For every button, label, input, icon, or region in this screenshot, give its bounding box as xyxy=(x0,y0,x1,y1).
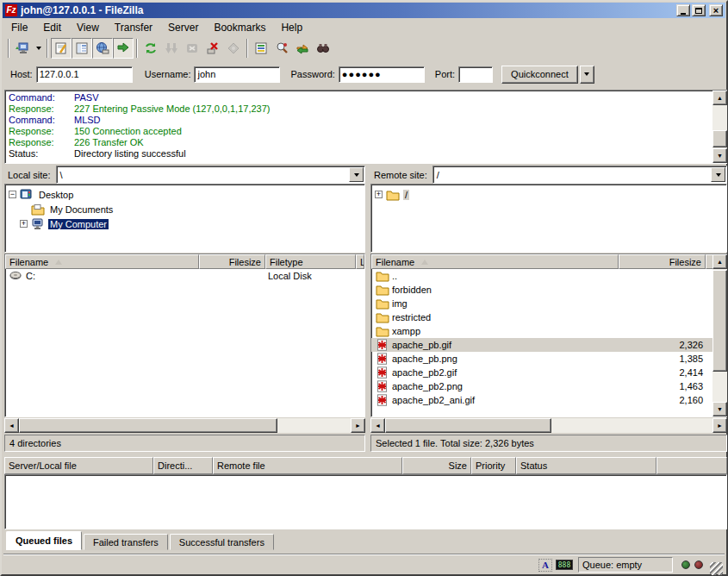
file-row[interactable]: forbidden xyxy=(371,283,726,297)
site-manager-dropdown-button[interactable] xyxy=(33,38,44,59)
log-scrollbar-thumb[interactable] xyxy=(712,130,727,147)
scroll-left-icon[interactable]: ◄ xyxy=(370,418,385,433)
minimize-icon xyxy=(681,13,686,15)
column-header-status[interactable]: Status xyxy=(516,457,656,474)
tree-item-my-computer[interactable]: + My Computer xyxy=(9,216,364,231)
file-row[interactable]: xampp xyxy=(371,324,726,338)
file-row[interactable]: apache_pb.png 1,385 xyxy=(371,352,726,366)
scroll-up-icon[interactable]: ▲ xyxy=(712,91,727,105)
port-input[interactable] xyxy=(458,66,493,83)
disconnect-button[interactable] xyxy=(202,38,223,59)
collapse-icon[interactable]: − xyxy=(9,191,16,198)
column-header-priority[interactable]: Priority xyxy=(471,457,516,474)
scroll-left-icon[interactable]: ◄ xyxy=(4,418,19,433)
speed-limit-icon[interactable]: 888 xyxy=(556,560,573,570)
menu-transfer[interactable]: Transfer xyxy=(107,20,160,35)
local-list-hscrollbar-thumb[interactable] xyxy=(19,418,277,433)
cancel-operation-button[interactable] xyxy=(182,38,202,59)
menu-bookmarks[interactable]: Bookmarks xyxy=(206,20,273,35)
toggle-local-tree-button[interactable] xyxy=(72,38,92,59)
file-name: apache_pb2_ani.gif xyxy=(392,395,475,405)
column-header-filetype[interactable]: Filetype xyxy=(265,254,356,269)
expand-icon[interactable]: + xyxy=(20,220,28,228)
remote-site-combo-button[interactable] xyxy=(711,167,725,182)
local-tree: − Desktop My Documents + My Computer xyxy=(4,184,365,253)
remote-list-scrollbar[interactable]: ▲ ▼ xyxy=(712,254,727,416)
tree-item-label[interactable]: My Documents xyxy=(48,204,115,215)
file-name: forbidden xyxy=(392,285,432,295)
process-queue-button[interactable] xyxy=(161,38,182,59)
directory-filter-button[interactable] xyxy=(251,38,271,59)
local-site-combo[interactable]: \ xyxy=(56,166,365,184)
column-header-size[interactable]: Size xyxy=(402,457,471,474)
find-files-button[interactable] xyxy=(313,38,333,59)
toggle-message-log-button[interactable] xyxy=(51,38,72,59)
column-header-remote-file[interactable]: Remote file xyxy=(213,457,402,474)
scroll-up-icon[interactable]: ▲ xyxy=(712,254,727,269)
file-row[interactable]: apache_pb2.png 1,463 xyxy=(371,379,726,393)
column-header-server-local-file[interactable]: Server/Local file xyxy=(4,457,153,474)
tab-failed-transfers[interactable]: Failed transfers xyxy=(84,534,168,550)
tree-item-root[interactable]: + / xyxy=(375,187,726,202)
expand-icon[interactable]: + xyxy=(375,191,383,198)
transfer-type-ascii-icon[interactable]: A xyxy=(538,559,552,572)
toggle-remote-tree-button[interactable] xyxy=(92,38,113,59)
column-header-filename[interactable]: Filename xyxy=(371,254,619,269)
menu-view[interactable]: View xyxy=(69,20,107,35)
column-header-filesize[interactable]: Filesize xyxy=(199,254,265,269)
file-row[interactable]: apache_pb2_ani.gif 2,160 xyxy=(371,393,726,407)
remote-site-combo[interactable]: / xyxy=(432,166,727,184)
file-row[interactable]: apache_pb2.gif 2,414 xyxy=(371,366,726,379)
file-row-local-disk[interactable]: C: Local Disk xyxy=(5,269,364,283)
reconnect-button[interactable] xyxy=(223,38,244,59)
resize-grip[interactable] xyxy=(710,562,723,575)
column-header-filesize[interactable]: Filesize xyxy=(619,254,706,269)
quickconnect-bar: Host: Username: Password: Port: Quickcon… xyxy=(3,60,725,88)
quickconnect-dropdown-button[interactable] xyxy=(580,66,594,84)
menu-file[interactable]: File xyxy=(3,20,35,35)
site-manager-button[interactable] xyxy=(12,38,33,59)
tab-queued-files[interactable]: Queued files xyxy=(6,531,82,550)
password-input[interactable] xyxy=(339,66,425,83)
maximize-button[interactable] xyxy=(692,4,706,16)
directory-comparison-button[interactable] xyxy=(271,38,292,59)
tree-item-my-documents[interactable]: My Documents xyxy=(9,202,364,216)
file-row[interactable]: restricted xyxy=(371,310,726,324)
tree-item-label[interactable]: My Computer xyxy=(48,219,109,229)
log-line-message: 226 Transfer OK xyxy=(74,137,144,148)
synchronized-browsing-button[interactable] xyxy=(292,38,313,59)
tree-item-label[interactable]: / xyxy=(403,190,409,200)
menu-server[interactable]: Server xyxy=(160,20,206,35)
scroll-right-icon[interactable]: ► xyxy=(712,418,727,433)
refresh-button[interactable] xyxy=(140,38,161,59)
column-header-direction[interactable]: Directi... xyxy=(153,457,213,474)
local-list-hscrollbar[interactable]: ◄ ► xyxy=(4,418,365,433)
remote-list-hscrollbar[interactable]: ◄ ► xyxy=(370,418,727,433)
tree-item-desktop[interactable]: − Desktop xyxy=(9,187,364,202)
log-scrollbar[interactable]: ▲ ▼ xyxy=(712,91,727,163)
image-file-icon xyxy=(376,366,389,379)
tab-successful-transfers[interactable]: Successful transfers xyxy=(170,534,274,550)
file-row[interactable]: img xyxy=(371,297,726,310)
quickconnect-button[interactable]: Quickconnect xyxy=(501,66,578,84)
menu-edit[interactable]: Edit xyxy=(35,20,69,35)
username-input[interactable] xyxy=(194,66,280,83)
file-size: 2,414 xyxy=(679,367,703,378)
minimize-button[interactable] xyxy=(676,4,690,16)
queue-list[interactable] xyxy=(4,474,727,529)
remote-list-hscrollbar-thumb[interactable] xyxy=(385,418,551,433)
local-site-combo-button[interactable] xyxy=(349,167,364,182)
close-button[interactable]: × xyxy=(709,4,723,16)
tree-item-label[interactable]: Desktop xyxy=(37,190,75,200)
host-input[interactable] xyxy=(36,66,133,83)
file-row[interactable]: .. xyxy=(371,269,726,283)
column-header-filename[interactable]: Filename xyxy=(5,254,199,269)
scroll-down-icon[interactable]: ▼ xyxy=(712,402,727,416)
scroll-right-icon[interactable]: ► xyxy=(351,418,365,433)
menu-help[interactable]: Help xyxy=(273,20,310,35)
toggle-transfer-queue-button[interactable] xyxy=(113,38,134,59)
scroll-down-icon[interactable]: ▼ xyxy=(712,148,727,163)
remote-list-scrollbar-thumb[interactable] xyxy=(712,270,727,372)
file-row-selected[interactable]: apache_pb.gif 2,326 xyxy=(371,338,726,352)
column-header-last-modified[interactable]: L xyxy=(356,254,364,269)
